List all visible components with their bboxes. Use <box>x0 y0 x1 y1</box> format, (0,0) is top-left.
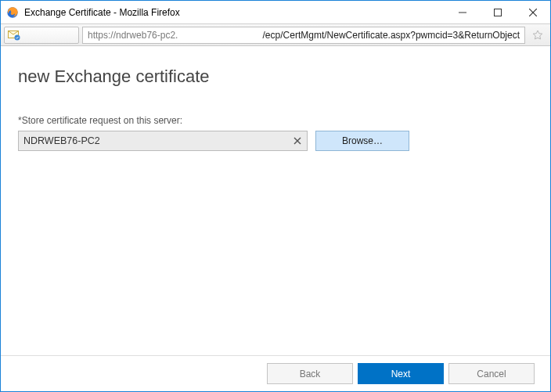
wizard-footer: Back Next Cancel <box>1 355 550 391</box>
bookmark-star-icon[interactable] <box>528 27 547 44</box>
server-input[interactable]: NDRWEB76-PC2 <box>18 131 308 151</box>
back-button[interactable]: Back <box>267 363 353 384</box>
server-input-value: NDRWEB76-PC2 <box>23 135 100 146</box>
close-button[interactable] <box>515 1 550 23</box>
server-field-row: NDRWEB76-PC2 Browse… <box>18 131 533 151</box>
back-button-label: Back <box>300 369 321 379</box>
firefox-icon <box>5 5 20 20</box>
server-field-label: *Store certificate request on this serve… <box>18 115 533 126</box>
next-button-label: Next <box>391 369 411 379</box>
page-title: new Exchange certificate <box>18 67 533 87</box>
browse-button-label: Browse… <box>342 135 383 146</box>
window-titlebar: Exchange Certificate - Mozilla Firefox <box>1 1 550 24</box>
site-identity-box[interactable] <box>4 27 79 44</box>
url-suffix: /ecp/CertMgmt/NewCertificate.aspx?pwmcid… <box>263 30 520 41</box>
url-field[interactable]: https://ndrweb76-pc2. /ecp/CertMgmt/NewC… <box>82 27 525 44</box>
cancel-button[interactable]: Cancel <box>448 363 535 384</box>
cancel-button-label: Cancel <box>477 369 506 379</box>
browse-button[interactable]: Browse… <box>315 131 409 151</box>
next-button[interactable]: Next <box>358 363 444 384</box>
url-prefix: https://ndrweb76-pc2. <box>88 30 178 41</box>
minimize-button[interactable] <box>445 1 480 23</box>
svg-rect-2 <box>494 9 501 16</box>
address-bar: https://ndrweb76-pc2. /ecp/CertMgmt/NewC… <box>1 24 550 46</box>
mail-cert-icon <box>8 30 20 41</box>
clear-icon[interactable] <box>291 135 304 147</box>
maximize-button[interactable] <box>480 1 515 23</box>
wizard-content: new Exchange certificate *Store certific… <box>1 48 550 355</box>
window-title: Exchange Certificate - Mozilla Firefox <box>24 7 180 18</box>
